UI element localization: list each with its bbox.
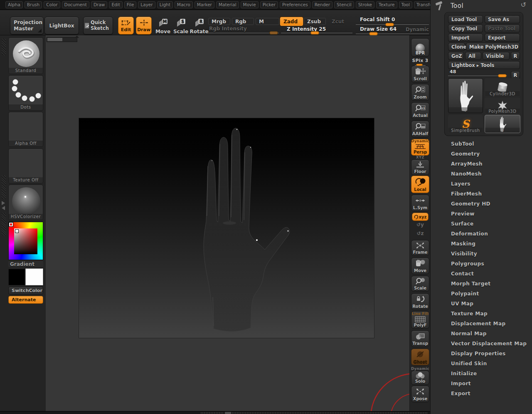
ghost-button[interactable]: Ghost [411,349,429,365]
section-layers[interactable]: Layers [431,179,532,189]
load-tool-button[interactable]: Load Tool [448,15,483,23]
rotate-z-toggle[interactable]: ↺z [410,231,431,236]
menu-alpha[interactable]: Alpha [5,1,23,8]
section-arraymesh[interactable]: ArrayMesh [431,159,532,169]
import-button[interactable]: Import [448,34,483,42]
polyframe-button[interactable]: Line Fill PolyF [411,311,429,329]
menu-stencil[interactable]: Stencil [334,1,354,8]
menu-draw[interactable]: Draw [91,1,107,8]
zcut-toggle[interactable]: Zcut [329,18,347,25]
secondary-color-swatch[interactable] [25,268,43,285]
simplebrush-tool[interactable]: S SimpleBrush [448,115,483,133]
section-normal-map[interactable]: Normal Map [431,329,532,339]
actual-button[interactable]: x1 Actual [411,102,429,119]
aahalf-button[interactable]: AAHalf [411,121,429,137]
section-nanomesh[interactable]: NanoMesh [431,169,532,179]
save-as-button[interactable]: Save As [485,15,520,23]
section-displacement-map[interactable]: Displacement Map [431,319,532,329]
rgb-toggle[interactable]: Rgb [232,18,254,25]
make-polymesh3d-button[interactable]: Make PolyMesh3D [466,43,520,51]
section-unified-skin[interactable]: Unified Skin [431,359,532,369]
mrgb-toggle[interactable]: Mrgb [208,18,230,25]
edit-mode-button[interactable]: Edit [118,17,134,35]
section-surface[interactable]: Surface [431,219,532,229]
section-polypaint[interactable]: Polypaint [431,289,532,299]
goz-visible-button[interactable]: Visible [483,52,510,60]
document-view[interactable] [79,118,374,338]
menu-preferences[interactable]: Preferences [280,1,310,8]
lightbox-tools-button[interactable]: Lightbox ▸ Tools [448,61,520,69]
clone-button[interactable]: Clone [448,43,465,51]
m-toggle[interactable]: M [256,18,279,25]
spix-label[interactable]: SPix 3 [410,58,431,63]
canvas-workspace[interactable] [46,35,409,411]
focal-shift-handle[interactable] [385,23,394,26]
section-visibility[interactable]: Visibility [431,249,532,259]
divider-drag-bar[interactable] [47,37,77,42]
section-initialize[interactable]: Initialize [431,369,532,379]
hand-model[interactable] [79,118,375,339]
bottom-divider-handle[interactable] [225,412,231,414]
section-polygroups[interactable]: Polygroups [431,259,532,269]
section-preview[interactable]: Preview [431,209,532,219]
menu-movie[interactable]: Movie [241,1,259,8]
z-intensity-handle[interactable] [310,31,319,35]
menu-material[interactable]: Material [216,1,239,8]
zadd-toggle[interactable]: Zadd [280,17,303,26]
xpose-button[interactable]: Xpose [411,386,429,402]
recent-tool-thumbnail[interactable]: 0 [485,115,520,133]
menu-layer[interactable]: Layer [138,1,155,8]
section-deformation[interactable]: Deformation [431,229,532,239]
lsym-button[interactable]: L.Sym [411,195,429,211]
section-uv-map[interactable]: UV Map [431,299,532,309]
copy-tool-button[interactable]: Copy Tool [448,25,483,32]
section-contact[interactable]: Contact [431,269,532,279]
hue-marker[interactable] [9,223,13,226]
rgb-intensity-handle[interactable] [269,31,278,35]
sv-marker[interactable] [15,230,18,233]
menu-color[interactable]: Color [44,1,60,8]
tray-divider-texture[interactable] [2,213,6,236]
zsub-toggle[interactable]: Zsub [304,18,326,25]
rotate-view-button[interactable]: Rotate [411,293,429,310]
draw-size-handle[interactable] [369,32,378,35]
frame-button[interactable]: Frame [411,240,429,256]
menu-macro[interactable]: Macro [175,1,193,8]
section-import[interactable]: Import [431,379,532,389]
menu-stroke[interactable]: Stroke [356,1,374,8]
brush-selector-standard[interactable]: Standard [8,37,43,74]
material-selector[interactable]: HSVColorizer [8,185,43,220]
section-texture-map[interactable]: Texture Map [431,309,532,319]
switch-color-button[interactable]: SwitchColor [8,287,43,295]
bpr-button[interactable]: BPR [411,38,429,57]
section-fibermesh[interactable]: FiberMesh [431,189,532,199]
menu-texture[interactable]: Texture [376,1,397,8]
quick-sketch-button[interactable]: Quick Sketch [83,17,113,35]
menu-marker[interactable]: Marker [195,1,214,8]
section-export[interactable]: Export [431,389,532,399]
goz-all-button[interactable]: All [465,52,481,60]
current-tool-thumbnail[interactable]: 0 [448,78,483,113]
draw-mode-button[interactable]: Draw [136,17,152,35]
alternate-button[interactable]: Alternate [8,296,43,304]
cylinder3d-tool[interactable]: Cylinder3D [485,78,520,97]
zoom-button[interactable]: Zoom [411,84,429,101]
export-button[interactable]: Export [485,34,520,42]
section-masking[interactable]: Masking [431,239,532,249]
texture-selector[interactable]: Texture Off [8,149,43,183]
scroll-button[interactable]: Scroll [411,66,429,82]
dynamic-mode-label[interactable]: Dynamic [406,27,429,32]
tray-collapse-handle[interactable] [2,201,5,210]
lightbox-button[interactable]: LightBox [44,17,79,35]
polymesh3d-tool[interactable]: PolyMesh3D [485,97,520,114]
local-button[interactable]: Local [411,176,429,193]
move-view-button[interactable]: Move [411,258,429,274]
section-subtool[interactable]: SubTool [431,139,532,149]
draw-size-track[interactable] [356,34,429,34]
tray-divider-texture[interactable] [2,175,6,199]
solo-button[interactable]: Solo [411,371,429,385]
color-picker[interactable] [8,222,43,260]
menu-brush[interactable]: Brush [25,1,42,8]
projection-master-button[interactable]: Projection Master [10,17,44,35]
panel-reset-icon[interactable]: ↺ [521,1,526,9]
